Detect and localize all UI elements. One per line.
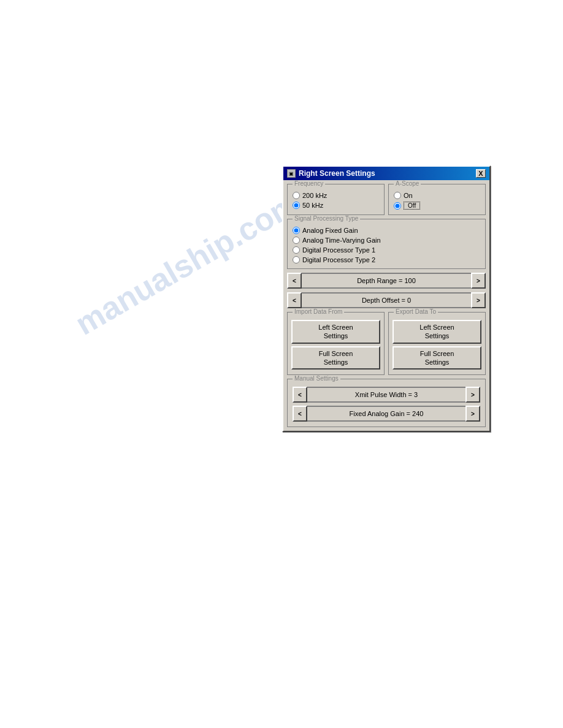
freq-50khz-label: 50 kHz xyxy=(302,202,323,209)
ascope-off-row: Off xyxy=(394,202,480,210)
watermark: manualship.com xyxy=(69,184,305,342)
fixed-analog-gain-label: Fixed Analog Gain = 240 xyxy=(307,406,465,422)
page-background: manualship.com ▣ Right Screen Settings X… xyxy=(0,0,563,728)
signal-digital-type1-label: Digital Processor Type 1 xyxy=(302,246,375,254)
fixed-analog-gain-inc-button[interactable]: > xyxy=(465,406,480,422)
top-groups-row: Frequency 200 kHz 50 kHz A-Scope xyxy=(287,184,486,215)
import-export-row: Import Data From Left ScreenSettings Ful… xyxy=(287,312,486,375)
signal-digital-type2-label: Digital Processor Type 2 xyxy=(302,256,375,264)
off-indicator: Off xyxy=(404,202,420,210)
ascope-on-radio[interactable] xyxy=(394,192,401,199)
signal-analog-fixed-radio[interactable] xyxy=(293,227,300,234)
title-bar: ▣ Right Screen Settings X xyxy=(283,167,489,180)
frequency-group: Frequency 200 kHz 50 kHz xyxy=(287,184,385,215)
freq-200khz-radio[interactable] xyxy=(293,192,300,199)
export-full-screen-button[interactable]: Full ScreenSettings xyxy=(393,346,481,370)
signal-digital-type1-radio[interactable] xyxy=(293,246,300,254)
signal-digital-type2-radio[interactable] xyxy=(293,256,300,264)
freq-50khz-radio[interactable] xyxy=(293,202,300,209)
signal-legend: Signal Processing Type xyxy=(293,215,360,222)
signal-dpt1-row: Digital Processor Type 1 xyxy=(293,246,480,254)
import-legend: Import Data From xyxy=(293,308,344,315)
export-group: Export Data To Left ScreenSettings Full … xyxy=(388,312,486,375)
signal-analog-tvg-label: Analog Time-Varying Gain xyxy=(302,237,381,244)
depth-offset-dec-button[interactable]: < xyxy=(287,292,302,308)
dialog-icon: ▣ xyxy=(287,169,296,178)
ascope-off-radio[interactable] xyxy=(394,202,401,210)
depth-range-label: Depth Range = 100 xyxy=(302,273,471,289)
signal-afg-row: Analog Fixed Gain xyxy=(293,227,480,234)
signal-dpt2-row: Digital Processor Type 2 xyxy=(293,256,480,264)
dialog-content: Frequency 200 kHz 50 kHz A-Scope xyxy=(283,180,489,431)
freq-50khz-row: 50 kHz xyxy=(293,202,379,209)
freq-200khz-label: 200 kHz xyxy=(302,192,327,199)
depth-range-stepper: < Depth Range = 100 > xyxy=(287,273,486,289)
signal-processing-group: Signal Processing Type Analog Fixed Gain… xyxy=(287,219,486,269)
dialog-title: Right Screen Settings xyxy=(299,169,375,178)
freq-200khz-row: 200 kHz xyxy=(293,192,379,199)
depth-offset-label: Depth Offset = 0 xyxy=(302,292,471,308)
depth-range-inc-button[interactable]: > xyxy=(471,273,486,289)
manual-legend: Manual Settings xyxy=(293,375,340,382)
signal-atvg-row: Analog Time-Varying Gain xyxy=(293,237,480,244)
import-group: Import Data From Left ScreenSettings Ful… xyxy=(287,312,385,375)
import-full-screen-button[interactable]: Full ScreenSettings xyxy=(291,346,380,370)
xmit-pulse-dec-button[interactable]: < xyxy=(293,387,307,403)
ascope-on-label: On xyxy=(404,192,413,199)
manual-settings-group: Manual Settings < Xmit Pulse Width = 3 >… xyxy=(287,379,486,427)
ascope-on-row: On xyxy=(394,192,480,199)
depth-range-dec-button[interactable]: < xyxy=(287,273,302,289)
depth-offset-stepper: < Depth Offset = 0 > xyxy=(287,292,486,308)
xmit-pulse-stepper: < Xmit Pulse Width = 3 > xyxy=(293,387,480,403)
ascope-group: A-Scope On Off xyxy=(388,184,486,215)
dialog-window: ▣ Right Screen Settings X Frequency 200 … xyxy=(282,165,491,432)
signal-analog-fixed-label: Analog Fixed Gain xyxy=(302,227,358,234)
fixed-analog-gain-stepper: < Fixed Analog Gain = 240 > xyxy=(293,406,480,422)
import-left-screen-button[interactable]: Left ScreenSettings xyxy=(291,320,380,344)
close-button[interactable]: X xyxy=(476,169,486,178)
frequency-legend: Frequency xyxy=(293,180,325,187)
xmit-pulse-label: Xmit Pulse Width = 3 xyxy=(307,387,465,403)
xmit-pulse-inc-button[interactable]: > xyxy=(465,387,480,403)
depth-offset-inc-button[interactable]: > xyxy=(471,292,486,308)
fixed-analog-gain-dec-button[interactable]: < xyxy=(293,406,307,422)
title-bar-left: ▣ Right Screen Settings xyxy=(287,169,375,178)
ascope-legend: A-Scope xyxy=(394,180,421,187)
signal-analog-tvg-radio[interactable] xyxy=(293,237,300,244)
export-left-screen-button[interactable]: Left ScreenSettings xyxy=(393,320,481,344)
export-legend: Export Data To xyxy=(394,308,438,315)
